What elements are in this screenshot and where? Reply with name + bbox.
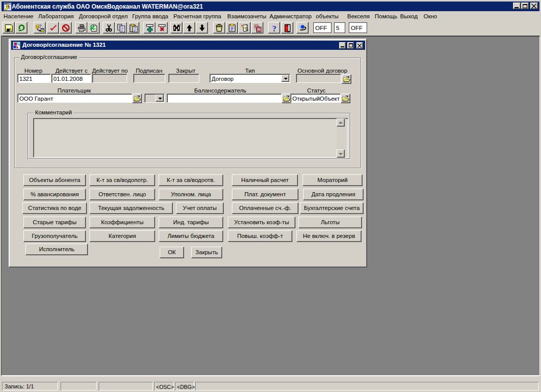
- svg-text:F1: F1: [258, 28, 261, 31]
- svg-text:?: ?: [179, 24, 181, 27]
- svg-text:?: ?: [39, 24, 42, 29]
- svg-text:?: ?: [273, 24, 277, 33]
